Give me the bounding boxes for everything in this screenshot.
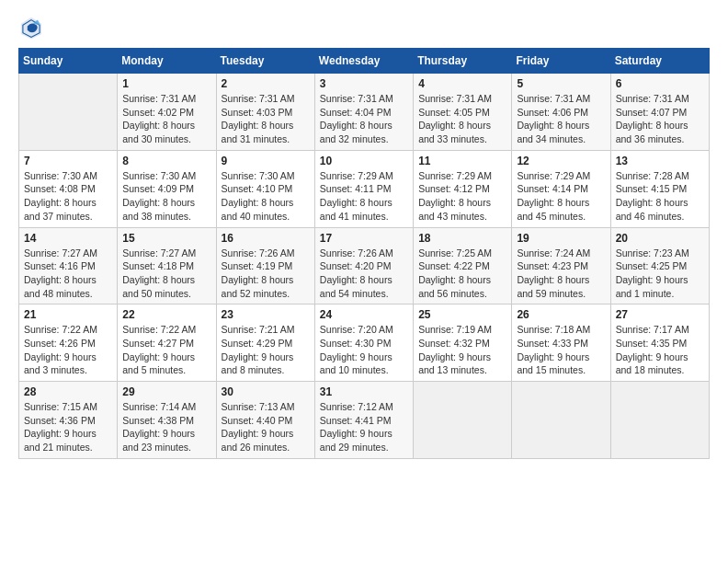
calendar-cell: 19Sunrise: 7:24 AM Sunset: 4:23 PM Dayli…: [512, 227, 610, 304]
calendar-cell: 30Sunrise: 7:13 AM Sunset: 4:40 PM Dayli…: [216, 382, 314, 459]
calendar-cell: 10Sunrise: 7:29 AM Sunset: 4:11 PM Dayli…: [314, 150, 413, 227]
calendar-cell: 29Sunrise: 7:14 AM Sunset: 4:38 PM Dayli…: [118, 382, 216, 459]
calendar-cell: 18Sunrise: 7:25 AM Sunset: 4:22 PM Dayli…: [414, 227, 512, 304]
calendar-cell: 4Sunrise: 7:31 AM Sunset: 4:05 PM Daylig…: [414, 74, 512, 151]
weekday-header-tuesday: Tuesday: [216, 49, 314, 74]
day-info: Sunrise: 7:22 AM Sunset: 4:26 PM Dayligh…: [24, 323, 112, 377]
calendar-cell: 17Sunrise: 7:26 AM Sunset: 4:20 PM Dayli…: [314, 227, 413, 304]
day-info: Sunrise: 7:14 AM Sunset: 4:38 PM Dayligh…: [122, 400, 210, 454]
day-number: 13: [616, 155, 704, 167]
day-number: 8: [122, 155, 210, 167]
calendar-header: SundayMondayTuesdayWednesdayThursdayFrid…: [19, 49, 710, 74]
calendar-cell: 20Sunrise: 7:23 AM Sunset: 4:25 PM Dayli…: [610, 227, 709, 304]
calendar-cell: [414, 382, 512, 459]
day-info: Sunrise: 7:31 AM Sunset: 4:07 PM Dayligh…: [616, 92, 704, 146]
calendar-cell: 2Sunrise: 7:31 AM Sunset: 4:03 PM Daylig…: [216, 74, 314, 151]
day-number: 19: [517, 232, 605, 245]
day-info: Sunrise: 7:12 AM Sunset: 4:41 PM Dayligh…: [320, 400, 408, 454]
day-info: Sunrise: 7:28 AM Sunset: 4:15 PM Dayligh…: [616, 169, 704, 224]
day-number: 6: [616, 77, 704, 90]
logo-icon: [18, 15, 44, 40]
day-number: 28: [24, 385, 112, 398]
calendar-cell: [610, 382, 709, 459]
calendar-cell: 1Sunrise: 7:31 AM Sunset: 4:02 PM Daylig…: [118, 74, 216, 151]
day-number: 23: [222, 308, 310, 321]
calendar-cell: 26Sunrise: 7:18 AM Sunset: 4:33 PM Dayli…: [512, 304, 610, 382]
weekday-header-row: SundayMondayTuesdayWednesdayThursdayFrid…: [19, 49, 710, 74]
day-number: 31: [320, 385, 408, 398]
calendar-cell: 3Sunrise: 7:31 AM Sunset: 4:04 PM Daylig…: [314, 74, 413, 151]
page-header: [18, 15, 710, 40]
day-info: Sunrise: 7:26 AM Sunset: 4:20 PM Dayligh…: [320, 247, 408, 301]
day-number: 5: [517, 77, 605, 90]
day-number: 20: [616, 232, 704, 245]
day-info: Sunrise: 7:25 AM Sunset: 4:22 PM Dayligh…: [418, 247, 506, 301]
calendar-table: SundayMondayTuesdayWednesdayThursdayFrid…: [18, 48, 710, 459]
day-number: 22: [122, 308, 210, 321]
weekday-header-monday: Monday: [118, 49, 216, 74]
day-info: Sunrise: 7:29 AM Sunset: 4:14 PM Dayligh…: [517, 169, 605, 224]
day-number: 14: [24, 232, 112, 245]
calendar-week-5: 28Sunrise: 7:15 AM Sunset: 4:36 PM Dayli…: [19, 382, 710, 459]
logo: [18, 15, 48, 40]
day-number: 9: [222, 155, 310, 167]
day-number: 29: [122, 385, 210, 398]
calendar-week-3: 14Sunrise: 7:27 AM Sunset: 4:16 PM Dayli…: [19, 227, 710, 304]
day-number: 15: [122, 232, 210, 245]
day-info: Sunrise: 7:27 AM Sunset: 4:16 PM Dayligh…: [24, 247, 112, 301]
day-number: 12: [517, 155, 605, 167]
calendar-cell: 6Sunrise: 7:31 AM Sunset: 4:07 PM Daylig…: [610, 74, 709, 151]
day-number: 11: [418, 155, 506, 167]
calendar-cell: 14Sunrise: 7:27 AM Sunset: 4:16 PM Dayli…: [19, 227, 118, 304]
weekday-header-wednesday: Wednesday: [314, 49, 413, 74]
calendar-cell: 27Sunrise: 7:17 AM Sunset: 4:35 PM Dayli…: [610, 304, 709, 382]
day-info: Sunrise: 7:18 AM Sunset: 4:33 PM Dayligh…: [517, 323, 605, 377]
day-info: Sunrise: 7:21 AM Sunset: 4:29 PM Dayligh…: [222, 323, 310, 377]
calendar-cell: 23Sunrise: 7:21 AM Sunset: 4:29 PM Dayli…: [216, 304, 314, 382]
day-info: Sunrise: 7:20 AM Sunset: 4:30 PM Dayligh…: [320, 323, 408, 377]
day-info: Sunrise: 7:23 AM Sunset: 4:25 PM Dayligh…: [616, 247, 704, 301]
calendar-cell: 16Sunrise: 7:26 AM Sunset: 4:19 PM Dayli…: [216, 227, 314, 304]
calendar-cell: 12Sunrise: 7:29 AM Sunset: 4:14 PM Dayli…: [512, 150, 610, 227]
calendar-cell: 28Sunrise: 7:15 AM Sunset: 4:36 PM Dayli…: [19, 382, 118, 459]
day-number: 7: [24, 155, 112, 167]
calendar-cell: 5Sunrise: 7:31 AM Sunset: 4:06 PM Daylig…: [512, 74, 610, 151]
calendar-cell: 13Sunrise: 7:28 AM Sunset: 4:15 PM Dayli…: [610, 150, 709, 227]
day-info: Sunrise: 7:31 AM Sunset: 4:06 PM Dayligh…: [517, 92, 605, 146]
day-info: Sunrise: 7:31 AM Sunset: 4:03 PM Dayligh…: [222, 92, 310, 146]
day-number: 1: [122, 77, 210, 90]
weekday-header-saturday: Saturday: [610, 49, 709, 74]
day-info: Sunrise: 7:31 AM Sunset: 4:05 PM Dayligh…: [418, 92, 506, 146]
day-info: Sunrise: 7:29 AM Sunset: 4:11 PM Dayligh…: [320, 169, 408, 224]
day-number: 3: [320, 77, 408, 90]
day-number: 18: [418, 232, 506, 245]
calendar-cell: 8Sunrise: 7:30 AM Sunset: 4:09 PM Daylig…: [118, 150, 216, 227]
day-number: 24: [320, 308, 408, 321]
calendar-cell: [19, 74, 118, 151]
calendar-cell: 31Sunrise: 7:12 AM Sunset: 4:41 PM Dayli…: [314, 382, 413, 459]
day-info: Sunrise: 7:17 AM Sunset: 4:35 PM Dayligh…: [616, 323, 704, 377]
calendar-cell: 9Sunrise: 7:30 AM Sunset: 4:10 PM Daylig…: [216, 150, 314, 227]
day-info: Sunrise: 7:30 AM Sunset: 4:09 PM Dayligh…: [122, 169, 210, 224]
calendar-cell: 24Sunrise: 7:20 AM Sunset: 4:30 PM Dayli…: [314, 304, 413, 382]
day-info: Sunrise: 7:26 AM Sunset: 4:19 PM Dayligh…: [222, 247, 310, 301]
day-info: Sunrise: 7:13 AM Sunset: 4:40 PM Dayligh…: [222, 400, 310, 454]
day-info: Sunrise: 7:30 AM Sunset: 4:08 PM Dayligh…: [24, 169, 112, 224]
calendar-week-2: 7Sunrise: 7:30 AM Sunset: 4:08 PM Daylig…: [19, 150, 710, 227]
day-info: Sunrise: 7:22 AM Sunset: 4:27 PM Dayligh…: [122, 323, 210, 377]
weekday-header-thursday: Thursday: [414, 49, 512, 74]
day-info: Sunrise: 7:31 AM Sunset: 4:04 PM Dayligh…: [320, 92, 408, 146]
calendar-cell: [512, 382, 610, 459]
calendar-cell: 22Sunrise: 7:22 AM Sunset: 4:27 PM Dayli…: [118, 304, 216, 382]
calendar-cell: 21Sunrise: 7:22 AM Sunset: 4:26 PM Dayli…: [19, 304, 118, 382]
calendar-week-1: 1Sunrise: 7:31 AM Sunset: 4:02 PM Daylig…: [19, 74, 710, 151]
calendar-cell: 7Sunrise: 7:30 AM Sunset: 4:08 PM Daylig…: [19, 150, 118, 227]
calendar-cell: 25Sunrise: 7:19 AM Sunset: 4:32 PM Dayli…: [414, 304, 512, 382]
day-number: 27: [616, 308, 704, 321]
day-number: 25: [418, 308, 506, 321]
day-number: 17: [320, 232, 408, 245]
day-number: 2: [222, 77, 310, 90]
day-info: Sunrise: 7:31 AM Sunset: 4:02 PM Dayligh…: [122, 92, 210, 146]
weekday-header-friday: Friday: [512, 49, 610, 74]
day-number: 26: [517, 308, 605, 321]
